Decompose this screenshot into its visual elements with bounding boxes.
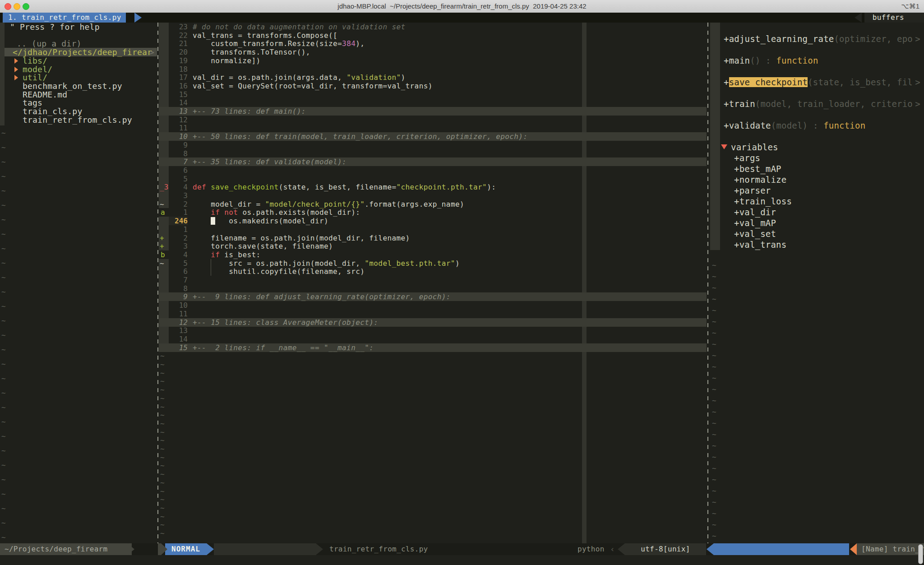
code-line[interactable]: 13 — [159, 326, 707, 335]
code-line[interactable]: 10 — [159, 301, 707, 310]
code-line[interactable]: 6 — [159, 166, 707, 175]
code-line[interactable]: 246 os.makedirs(model_dir) — [159, 217, 707, 225]
active-tag-highlight: save_checkpoint — [729, 77, 808, 87]
tag-best_mAP[interactable]: +best_mAP — [710, 163, 924, 174]
empty-line-tilde: ~ — [160, 445, 165, 453]
code-line[interactable]: 6 shutil.copyfile(filename, src) — [159, 267, 707, 276]
tab-train-retr-from-cls[interactable]: 1. train_retr_from_cls.py — [3, 13, 126, 23]
tag-val_trans[interactable]: +val_trans — [710, 239, 924, 250]
code-line[interactable]: 16val_set = QuerySet(root=val_dir, trans… — [159, 82, 707, 90]
code-line[interactable]: 12 — [159, 116, 707, 124]
code-line[interactable]: 8 — [159, 149, 707, 158]
fold-open-icon[interactable] — [721, 144, 727, 149]
tagbar-statusline: [Name] train_retr_from_cls.py — [857, 543, 924, 555]
nerdtree-item-train-cls-py[interactable]: train_cls.py — [0, 107, 157, 116]
tag-normalize[interactable]: +normalize — [710, 174, 924, 185]
tag-adjust_learning_rate[interactable]: +adjust_learning_rate(optimizer, epo> — [710, 33, 924, 44]
code-line[interactable]: a1 if not os.path.exists(model_dir): — [159, 208, 707, 217]
empty-line-tilde: ~ — [1, 287, 6, 296]
tag-val_dir[interactable]: +val_dir — [710, 207, 924, 218]
folded-code-line[interactable]: 9+-- 9 lines: def adjust_learning_rate(o… — [159, 292, 707, 301]
empty-line-tilde: ~ — [160, 470, 165, 478]
nerdtree-item-util[interactable]: util/ — [0, 73, 157, 82]
code-line[interactable]: 9 — [159, 141, 707, 149]
code-line[interactable]: 11 — [159, 124, 707, 132]
empty-line-tilde: ~ — [1, 461, 6, 469]
code-line[interactable]: 23# do not do data augmentation on valid… — [159, 23, 707, 31]
code-line[interactable]: _34def save_checkpoint(state, is_best, f… — [159, 183, 707, 191]
buffers-label[interactable]: buffers — [864, 13, 924, 23]
empty-line-tilde: ~ — [160, 377, 165, 385]
nerdtree-item-train-retr-from-cls-py[interactable]: train_retr_from_cls.py — [0, 116, 157, 124]
tag-save_checkpoint[interactable]: +save_checkpoint(state, is_best, fil> — [710, 77, 924, 88]
code-line[interactable]: 21 custom_transform.Resize(size=384), — [159, 39, 707, 48]
code-line[interactable]: 1 — [159, 225, 707, 234]
folded-code-line[interactable]: 10+-- 50 lines: def train(model, train_l… — [159, 132, 707, 141]
code-line[interactable]: 18 — [159, 65, 707, 74]
fold-text: +-- 50 lines: def train(model, train_loa… — [193, 132, 527, 141]
empty-line-tilde: ~ — [1, 446, 6, 455]
empty-line-tilde: ~ — [160, 453, 165, 462]
folder-collapsed-icon[interactable] — [14, 75, 18, 80]
tag-validate[interactable]: +validate(model) : function — [710, 120, 924, 131]
segment-arrow — [316, 543, 323, 555]
empty-line-tilde: ~ — [712, 396, 716, 405]
nerdtree-item-README-md[interactable]: README.md — [0, 90, 157, 99]
folded-code-line[interactable]: 7+-- 35 lines: def validate(model): — [159, 157, 707, 166]
code-line[interactable]: 3 — [159, 191, 707, 200]
code-line[interactable]: 20 transforms.ToTensor(), — [159, 48, 707, 56]
code-line[interactable]: 7 — [159, 276, 707, 284]
empty-line-tilde: ~ — [160, 360, 165, 369]
tag-val_mAP[interactable]: +val_mAP — [710, 218, 924, 228]
code-line[interactable]: 17val_dir = os.path.join(args.data, "val… — [159, 73, 707, 82]
code-line[interactable]: +2 filename = os.path.join(model_dir, fi… — [159, 234, 707, 242]
empty-line-tilde: ~ — [1, 504, 6, 513]
editor-pane: 23# do not do data augmentation on valid… — [159, 23, 707, 543]
tag-main[interactable]: +main() : function — [710, 55, 924, 66]
nerdtree-item-libs[interactable]: libs/ — [0, 56, 157, 65]
nerdtree-up-dir[interactable]: .. (up a dir) — [0, 39, 157, 48]
tag-variables[interactable]: variables — [710, 142, 924, 153]
code-line[interactable]: +3 torch.save(state, filename) — [159, 242, 707, 250]
nerdtree-cwd[interactable]: </jdhao/Projects/deep_firear> — [5, 48, 157, 56]
tag-parser[interactable]: +parser — [710, 185, 924, 196]
code-line[interactable]: ~2 model_dir = "model/check_point/{}".fo… — [159, 200, 707, 208]
tag-val_set[interactable]: +val_set — [710, 228, 924, 239]
nerdtree-item-tags[interactable]: tags — [0, 98, 157, 107]
code-line[interactable]: 15 — [159, 90, 707, 99]
code-line[interactable]: b4 if is_best: — [159, 250, 707, 259]
session-shortcut-label: ⌥⌘1 — [901, 2, 919, 10]
folded-code-line[interactable]: 12+-- 15 lines: class AverageMeter(objec… — [159, 318, 707, 327]
mark-sign-a: a — [159, 208, 169, 217]
code-line[interactable]: 22val_trans = transforms.Compose([ — [159, 31, 707, 40]
code-line[interactable]: 14 — [159, 98, 707, 107]
empty-line-tilde: ~ — [712, 498, 716, 506]
empty-line-tilde: ~ — [160, 520, 165, 529]
empty-line-tilde: ~ — [1, 259, 6, 267]
tag-train[interactable]: +train(model, train_loader, criterio> — [710, 98, 924, 109]
nerdtree-item-benchmark-on-test-py[interactable]: benchmark_on_test.py — [0, 82, 157, 90]
scrollbar-thumb[interactable] — [918, 544, 923, 564]
code-line[interactable]: 5 — [159, 175, 707, 183]
window-separator[interactable] — [157, 23, 158, 543]
code-line[interactable]: 14 — [159, 335, 707, 343]
code-line[interactable]: ~5 src = os.path.join(model_dir, "model_… — [159, 259, 707, 268]
tag-train_loss[interactable]: +train_loss — [710, 196, 924, 207]
folder-collapsed-icon[interactable] — [14, 67, 18, 72]
folded-code-line[interactable]: 13+-- 73 lines: def main(): — [159, 107, 707, 116]
code-line[interactable]: 19 normalize]) — [159, 56, 707, 65]
window-separator[interactable] — [707, 23, 708, 543]
folded-code-line[interactable]: 15+-- 2 lines: if __name__ == "__main__"… — [159, 343, 707, 352]
line-number: 6 — [169, 267, 188, 276]
code-line[interactable]: 11 — [159, 310, 707, 318]
folder-collapsed-icon[interactable] — [14, 58, 18, 64]
line-number: 5 — [169, 175, 188, 183]
empty-line-tilde: ~ — [1, 533, 6, 542]
tag-args[interactable]: +args — [710, 153, 924, 163]
nerdtree-item-model[interactable]: model/ — [0, 65, 157, 74]
line-number: 11 — [169, 124, 188, 132]
gutter-sign: + — [160, 234, 164, 242]
empty-line-tilde: ~ — [160, 461, 165, 470]
segment-arrow-orange — [850, 543, 857, 555]
code-line[interactable]: 8 — [159, 284, 707, 293]
